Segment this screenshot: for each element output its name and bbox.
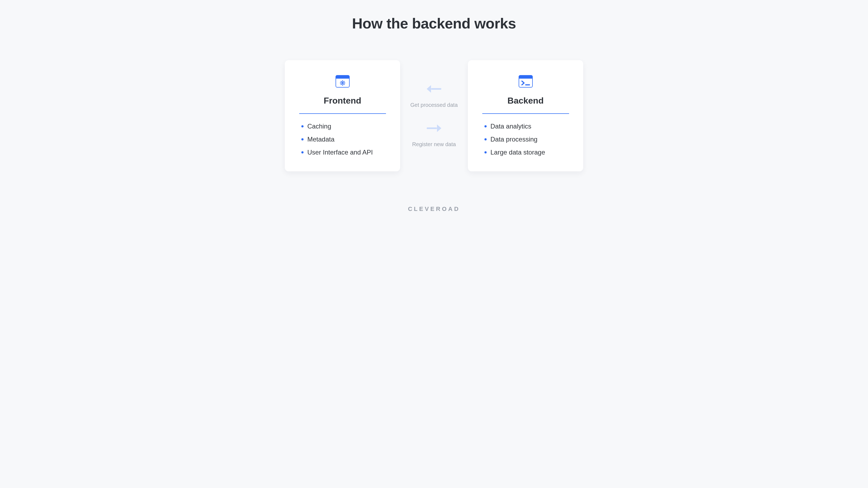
frontend-card: Frontend Caching Metadata User Interface… bbox=[285, 60, 400, 171]
brand-wordmark: CLEVEROAD bbox=[237, 205, 631, 213]
diagram-row: Frontend Caching Metadata User Interface… bbox=[237, 60, 631, 171]
exchange-column: Get processed data Register new data bbox=[400, 60, 468, 171]
frontend-heading: Frontend bbox=[323, 96, 361, 106]
list-item: Metadata bbox=[301, 135, 373, 143]
backend-card: Backend Data analytics Data processing L… bbox=[468, 60, 583, 171]
list-item: User Interface and API bbox=[301, 149, 373, 156]
exchange-label-to-frontend: Get processed data bbox=[410, 102, 458, 108]
exchange-to-frontend: Get processed data bbox=[410, 84, 458, 108]
svg-line-9 bbox=[344, 82, 344, 82]
svg-line-11 bbox=[344, 84, 344, 85]
list-item-label: Caching bbox=[307, 123, 331, 130]
exchange-to-backend: Register new data bbox=[412, 123, 456, 148]
bullet-icon bbox=[301, 125, 304, 127]
bullet-icon bbox=[301, 138, 304, 140]
terminal-window-icon bbox=[519, 75, 533, 88]
list-item: Caching bbox=[301, 123, 373, 130]
list-item: Data analytics bbox=[485, 123, 545, 130]
backend-divider bbox=[482, 113, 569, 114]
page-title: How the backend works bbox=[352, 15, 516, 32]
list-item: Data processing bbox=[485, 135, 545, 143]
list-item-label: Data analytics bbox=[490, 123, 531, 130]
diagram-stage: How the backend works bbox=[237, 0, 631, 221]
bullet-icon bbox=[485, 125, 487, 127]
frontend-list: Caching Metadata User Interface and API bbox=[301, 123, 373, 156]
exchange-label-to-backend: Register new data bbox=[412, 141, 456, 148]
backend-list: Data analytics Data processing Large dat… bbox=[485, 123, 545, 156]
list-item-label: Metadata bbox=[307, 135, 335, 143]
bullet-icon bbox=[485, 138, 487, 140]
list-item-label: Large data storage bbox=[490, 149, 545, 156]
arrow-left-icon bbox=[426, 84, 442, 94]
bullet-icon bbox=[301, 151, 304, 154]
list-item: Large data storage bbox=[485, 149, 545, 156]
settings-window-icon bbox=[336, 75, 350, 88]
svg-line-10 bbox=[341, 84, 341, 85]
arrow-right-icon bbox=[426, 123, 442, 133]
bullet-icon bbox=[485, 151, 487, 154]
svg-rect-16 bbox=[519, 77, 532, 78]
list-item-label: User Interface and API bbox=[307, 149, 373, 156]
svg-rect-13 bbox=[427, 127, 437, 129]
backend-heading: Backend bbox=[507, 96, 544, 106]
svg-rect-12 bbox=[431, 88, 441, 90]
svg-point-3 bbox=[341, 82, 343, 84]
svg-rect-2 bbox=[336, 77, 349, 78]
list-item-label: Data processing bbox=[490, 135, 537, 143]
frontend-divider bbox=[299, 113, 386, 114]
svg-line-8 bbox=[341, 82, 341, 82]
